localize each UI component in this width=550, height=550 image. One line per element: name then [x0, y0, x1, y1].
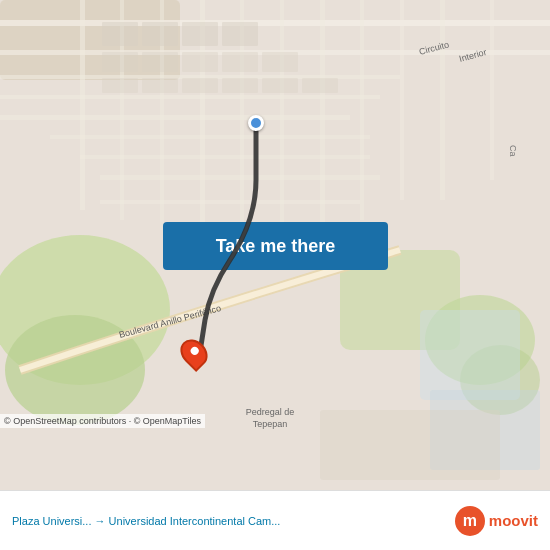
moovit-logo: m moovit [455, 506, 538, 536]
svg-rect-22 [320, 0, 325, 230]
svg-text:Pedregal de: Pedregal de [246, 407, 295, 417]
svg-rect-47 [182, 78, 218, 93]
svg-rect-25 [440, 0, 445, 200]
route-info: Plaza Universi... → Universidad Intercon… [12, 515, 455, 527]
svg-rect-21 [280, 0, 284, 240]
svg-rect-36 [102, 22, 138, 46]
bottom-bar: Plaza Universi... → Universidad Intercon… [0, 490, 550, 550]
map-attribution: © OpenStreetMap contributors · © OpenMap… [0, 414, 205, 428]
svg-rect-44 [262, 52, 298, 72]
svg-text:Ca: Ca [508, 145, 518, 157]
svg-rect-45 [102, 78, 138, 93]
map-container: Circuito Interior Boulevard Anillo Perif… [0, 0, 550, 490]
svg-rect-40 [102, 52, 138, 72]
svg-rect-35 [320, 410, 500, 480]
svg-rect-38 [182, 22, 218, 46]
svg-rect-50 [302, 78, 338, 93]
svg-rect-43 [222, 52, 258, 72]
moovit-logo-text: moovit [489, 512, 538, 529]
svg-rect-24 [400, 0, 404, 200]
moovit-icon: m [455, 506, 485, 536]
svg-rect-23 [360, 0, 364, 220]
arrow-icon: → [95, 515, 109, 527]
svg-rect-39 [222, 22, 258, 46]
svg-rect-42 [182, 52, 218, 72]
take-me-there-button[interactable]: Take me there [163, 222, 388, 270]
svg-rect-41 [142, 52, 178, 72]
svg-rect-26 [490, 0, 494, 180]
svg-rect-16 [80, 0, 85, 210]
svg-rect-48 [222, 78, 258, 93]
svg-rect-46 [142, 78, 178, 93]
svg-rect-37 [142, 22, 178, 46]
to-label: Universidad Intercontinental Cam... [109, 515, 281, 527]
svg-text:Tepepan: Tepepan [253, 419, 288, 429]
origin-marker [248, 115, 264, 131]
from-label: Plaza Universi... [12, 515, 91, 527]
svg-rect-49 [262, 78, 298, 93]
destination-marker [182, 338, 206, 368]
svg-rect-11 [0, 115, 350, 120]
svg-rect-33 [420, 310, 520, 400]
